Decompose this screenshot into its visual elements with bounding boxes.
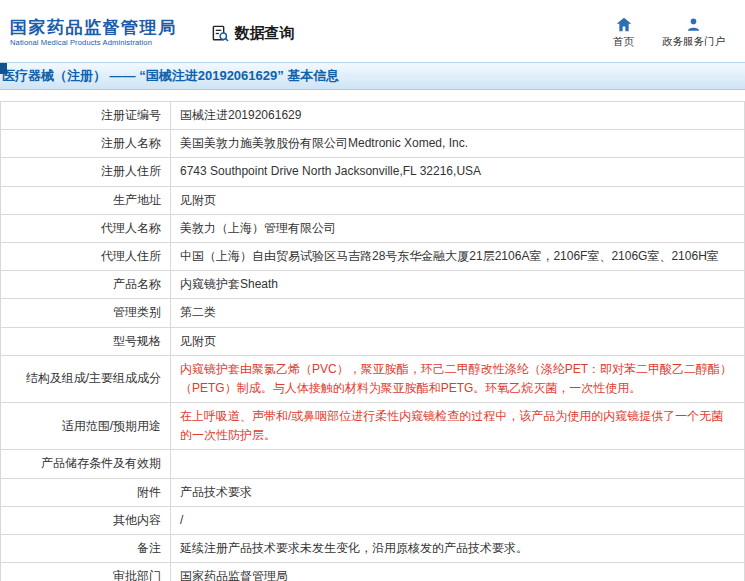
row-label: 型号规格	[1, 327, 171, 355]
row-value: 国家药品监督管理局	[171, 563, 745, 581]
registration-info: 注册证编号 国械注进20192061629 注册人名称 美国美敦力施美敦股份有限…	[0, 101, 745, 581]
banner-accent-chip	[0, 63, 7, 74]
info-table: 注册证编号 国械注进20192061629 注册人名称 美国美敦力施美敦股份有限…	[0, 101, 745, 581]
data-query-label: 数据查询	[235, 24, 295, 43]
table-row: 注册人住所 6743 Southpoint Drive North Jackso…	[1, 158, 745, 186]
table-row: 结构及组成/主要组成成分 内窥镜护套由聚氯乙烯（PVC），聚亚胺酯，环己二甲醇改…	[1, 355, 745, 402]
row-label: 管理类别	[1, 299, 171, 327]
table-row: 产品名称 内窥镜护套Sheath	[1, 271, 745, 299]
nav-home-label: 首页	[613, 35, 634, 49]
table-row: 适用范围/预期用途 在上呼吸道、声带和/或鼻咽部位进行柔性内窥镜检查的过程中，该…	[1, 403, 745, 450]
nav-home[interactable]: 首页	[613, 17, 634, 49]
breadcrumb-banner: 医疗器械（注册） —— “国械注进20192061629” 基本信息	[0, 62, 745, 90]
home-icon	[616, 17, 632, 32]
row-label: 代理人名称	[1, 214, 171, 242]
table-row: 管理类别 第二类	[1, 299, 745, 327]
row-label: 注册证编号	[1, 102, 171, 130]
row-value: 美敦力（上海）管理有限公司	[171, 214, 745, 242]
row-label: 代理人住所	[1, 242, 171, 270]
table-row: 附件 产品技术要求	[1, 478, 745, 506]
row-label: 产品储存条件及有效期	[1, 450, 171, 478]
row-value: 内窥镜护套Sheath	[171, 271, 745, 299]
row-label: 产品名称	[1, 271, 171, 299]
row-value: 内窥镜护套由聚氯乙烯（PVC），聚亚胺酯，环己二甲醇改性涤纶（涤纶PET：即对苯…	[171, 355, 745, 402]
table-row: 产品储存条件及有效期	[1, 450, 745, 478]
nmpa-logo[interactable]: 国家药品监督管理局 National Medical Products Admi…	[10, 18, 177, 48]
row-value: 产品技术要求	[171, 478, 745, 506]
data-query-tab[interactable]: 数据查询	[211, 24, 295, 43]
breadcrumb: 医疗器械（注册） —— “国械注进20192061629” 基本信息	[2, 67, 339, 85]
row-value: 6743 Southpoint Drive North Jacksonville…	[171, 158, 745, 186]
row-value: 在上呼吸道、声带和/或鼻咽部位进行柔性内窥镜检查的过程中，该产品为使用的内窥镜提…	[171, 403, 745, 450]
table-row: 代理人名称 美敦力（上海）管理有限公司	[1, 214, 745, 242]
row-label: 注册人住所	[1, 158, 171, 186]
row-label: 附件	[1, 478, 171, 506]
table-row: 审批部门 国家药品监督管理局	[1, 563, 745, 581]
info-table-body: 注册证编号 国械注进20192061629 注册人名称 美国美敦力施美敦股份有限…	[1, 102, 745, 581]
table-row: 代理人住所 中国（上海）自由贸易试验区马吉路28号东华金融大厦21层2106A室…	[1, 242, 745, 270]
row-label: 备注	[1, 535, 171, 563]
row-value: 见附页	[171, 327, 745, 355]
data-query-icon	[211, 24, 230, 43]
row-label: 生产地址	[1, 186, 171, 214]
table-row: 注册人名称 美国美敦力施美敦股份有限公司Medtronic Xomed, Inc…	[1, 130, 745, 158]
row-value: /	[171, 506, 745, 534]
row-value: 中国（上海）自由贸易试验区马吉路28号东华金融大厦21层2106A室，2106F…	[171, 242, 745, 270]
person-icon	[686, 17, 701, 32]
row-label: 适用范围/预期用途	[1, 403, 171, 450]
row-value: 见附页	[171, 186, 745, 214]
table-row: 其他内容 /	[1, 506, 745, 534]
nav-gov-portal-label: 政务服务门户	[662, 35, 725, 49]
row-label: 注册人名称	[1, 130, 171, 158]
table-row: 型号规格 见附页	[1, 327, 745, 355]
org-name-cn: 国家药品监督管理局	[10, 18, 177, 38]
row-value	[171, 450, 745, 478]
row-value: 国械注进20192061629	[171, 102, 745, 130]
page-header: 国家药品监督管理局 National Medical Products Admi…	[0, 0, 745, 62]
nav-gov-portal[interactable]: 政务服务门户	[662, 17, 725, 49]
top-nav: 首页 政务服务门户	[613, 17, 733, 49]
table-row: 生产地址 见附页	[1, 186, 745, 214]
table-row: 注册证编号 国械注进20192061629	[1, 102, 745, 130]
row-label: 结构及组成/主要组成成分	[1, 355, 171, 402]
row-label: 其他内容	[1, 506, 171, 534]
row-value: 延续注册产品技术要求未发生变化，沿用原核发的产品技术要求。	[171, 535, 745, 563]
row-value: 美国美敦力施美敦股份有限公司Medtronic Xomed, Inc.	[171, 130, 745, 158]
table-row: 备注 延续注册产品技术要求未发生变化，沿用原核发的产品技术要求。	[1, 535, 745, 563]
row-label: 审批部门	[1, 563, 171, 581]
org-name-en: National Medical Products Administration	[10, 39, 177, 48]
row-value: 第二类	[171, 299, 745, 327]
